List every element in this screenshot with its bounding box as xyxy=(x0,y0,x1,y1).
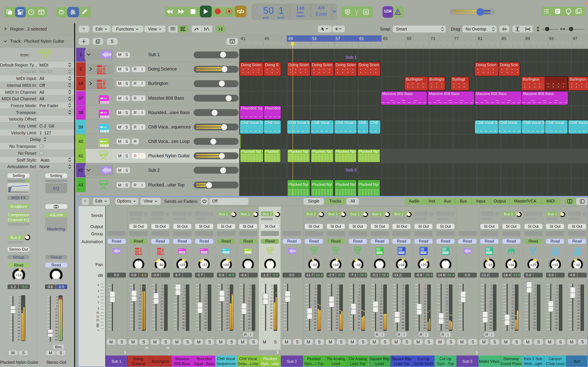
svg-text:♪: ♪ xyxy=(9,11,11,15)
svg-text:♪: ♪ xyxy=(581,11,582,15)
svg-text:S: S xyxy=(365,10,367,14)
svg-text:?: ? xyxy=(30,10,32,14)
